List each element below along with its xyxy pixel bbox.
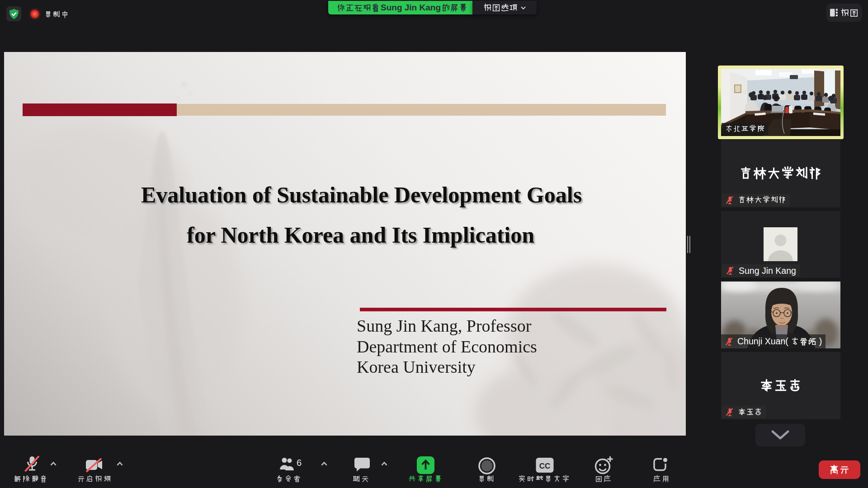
svg-text:CC: CC — [539, 462, 551, 470]
